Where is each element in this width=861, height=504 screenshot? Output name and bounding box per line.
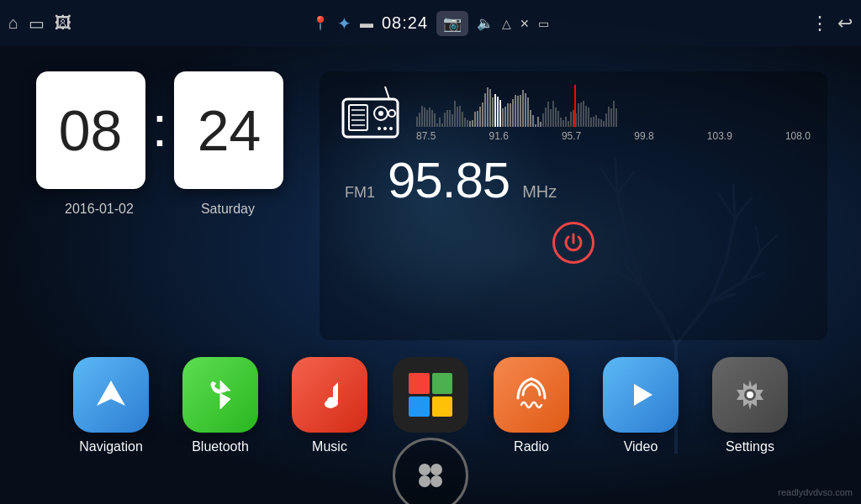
eject-icon[interactable]: △: [502, 17, 511, 30]
app-icon-more[interactable]: [393, 438, 468, 504]
clock-info: 2016-01-02 Saturday: [65, 202, 255, 217]
bluetooth-icon[interactable]: ✦: [337, 13, 351, 34]
app-label-music: Music: [312, 439, 347, 454]
app-item-bluetooth[interactable]: Bluetooth: [174, 357, 267, 454]
app-item-navigation[interactable]: Navigation: [65, 357, 157, 454]
power-button[interactable]: [552, 222, 594, 264]
gallery-icon[interactable]: 🖼: [55, 13, 71, 33]
clock-display: 08 : 24: [36, 71, 284, 189]
svg-marker-13: [97, 381, 125, 406]
radio-icon-area: [336, 84, 404, 143]
app-item-more-area: [393, 357, 468, 504]
app-icon-settings: [712, 357, 788, 433]
radio-band: FM1: [345, 184, 375, 202]
svg-line-9: [385, 87, 389, 99]
clock-day: Saturday: [201, 202, 255, 217]
svg-point-12: [389, 127, 393, 130]
app-icon-navigation: [73, 357, 149, 433]
svg-marker-19: [634, 384, 652, 406]
clock-date: 2016-01-02: [65, 202, 134, 217]
main-content: 08 : 24 2016-01-02 Saturday: [0, 46, 861, 349]
status-right-icons: ⋮ ↩: [811, 13, 853, 34]
app-icon-video: [603, 357, 679, 433]
freq-label-3: 99.8: [634, 130, 653, 142]
app-item-radio[interactable]: Radio: [485, 357, 578, 454]
status-left-icons: ⌂ ▭ 🖼: [8, 13, 71, 34]
camera-icon[interactable]: 📷: [436, 11, 468, 36]
radio-frequency: 95.85: [388, 151, 510, 209]
app-label-radio: Radio: [514, 439, 549, 454]
app-item-settings[interactable]: Settings: [704, 357, 796, 454]
app-grid: Navigation Bluetooth Music: [0, 349, 861, 504]
radio-unit: MHz: [522, 182, 557, 202]
volume-icon[interactable]: 🔈: [477, 15, 494, 31]
svg-point-22: [747, 391, 753, 398]
freq-label-5: 108.0: [785, 130, 811, 142]
app-label-bluetooth: Bluetooth: [192, 439, 249, 454]
radio-icon: [339, 87, 402, 141]
frequency-labels: 87.5 91.6 95.7 99.8 103.9 108.0: [416, 130, 811, 142]
freq-label-4: 103.9: [707, 130, 732, 142]
clock-colon: :: [152, 93, 168, 159]
svg-point-17: [419, 475, 430, 487]
frequency-bar: [416, 85, 811, 127]
more-icon[interactable]: ⋮: [811, 13, 827, 34]
app-label-navigation: Navigation: [79, 439, 143, 454]
radio-top: 87.5 91.6 95.7 99.8 103.9 108.0: [336, 84, 811, 143]
close-window-icon[interactable]: ✕: [520, 17, 530, 30]
freq-label-1: 91.6: [489, 130, 508, 142]
svg-point-7: [378, 111, 383, 116]
svg-point-10: [378, 127, 381, 130]
svg-point-18: [430, 475, 442, 487]
frequency-bar-area: 87.5 91.6 95.7 99.8 103.9 108.0: [416, 85, 811, 142]
minimize-icon[interactable]: ▭: [538, 17, 549, 30]
svg-rect-1: [349, 105, 367, 130]
radio-power-area: [336, 218, 811, 268]
svg-point-8: [388, 110, 395, 117]
svg-point-14: [325, 400, 336, 408]
app-item-video[interactable]: Video: [594, 357, 687, 454]
location-icon[interactable]: 📍: [312, 15, 329, 31]
radio-widget[interactable]: 87.5 91.6 95.7 99.8 103.9 108.0 FM1 95.8…: [320, 71, 827, 340]
time-display: 08:24: [382, 13, 428, 33]
freq-label-2: 95.7: [562, 130, 581, 142]
svg-point-16: [430, 464, 442, 475]
clock-widget: 08 : 24 2016-01-02 Saturday: [34, 71, 286, 340]
freq-label-0: 87.5: [416, 130, 436, 142]
app-label-video: Video: [624, 439, 658, 454]
status-center-icons: 📍 ✦ ▬ 08:24 📷 🔈 △ ✕ ▭: [312, 11, 549, 36]
app-icon-music: [292, 357, 367, 433]
home-icon[interactable]: ⌂: [8, 13, 18, 33]
svg-point-15: [419, 464, 430, 475]
sd-card-icon[interactable]: ▭: [29, 13, 45, 34]
clock-hours: 08: [36, 71, 145, 189]
app-label-settings: Settings: [726, 439, 774, 454]
app-item-music[interactable]: Music: [283, 357, 376, 454]
app-icon-bluetooth: [182, 357, 258, 433]
watermark: readlydvdvso.com: [778, 487, 853, 497]
radio-middle: FM1 95.85 MHz: [336, 151, 811, 209]
svg-point-11: [383, 127, 387, 130]
clock-minutes: 24: [174, 71, 283, 189]
app-icon-windows[interactable]: [393, 357, 468, 433]
app-icon-radio: [494, 357, 569, 433]
status-bar: ⌂ ▭ 🖼 📍 ✦ ▬ 08:24 📷 🔈 △ ✕ ▭ ⋮ ↩: [0, 0, 861, 46]
signal-icon[interactable]: ▬: [360, 16, 373, 31]
back-icon[interactable]: ↩: [837, 13, 853, 34]
